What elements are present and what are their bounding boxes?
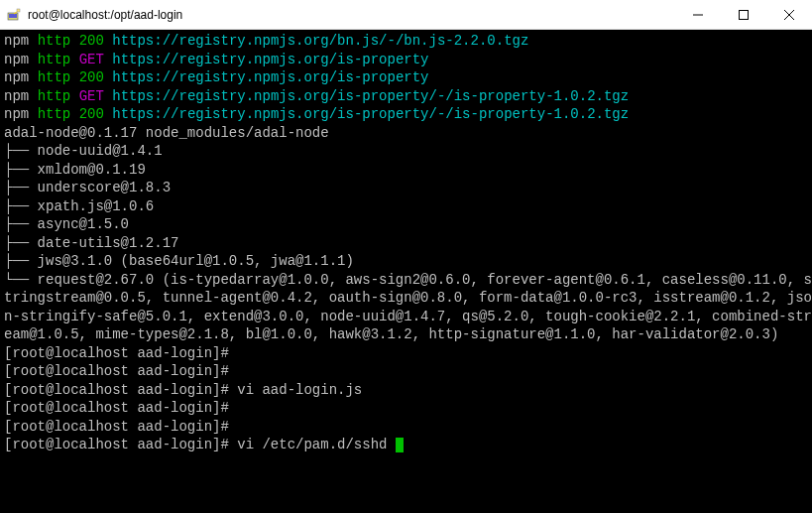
window-controls bbox=[675, 0, 812, 29]
svg-rect-2 bbox=[17, 9, 20, 12]
dependency-line: ├── underscore@1.8.3 bbox=[4, 179, 808, 197]
shell-prompt-line: [root@localhost aad-login]# vi /etc/pam.… bbox=[4, 436, 808, 454]
npm-log-line: npm http 200 https://registry.npmjs.org/… bbox=[4, 68, 808, 87]
terminal-cursor bbox=[396, 438, 404, 452]
svg-rect-5 bbox=[740, 10, 749, 19]
dependency-line: ├── async@1.5.0 bbox=[4, 215, 808, 234]
minimize-button[interactable] bbox=[675, 0, 721, 29]
maximize-button[interactable] bbox=[721, 0, 766, 29]
shell-prompt-line: [root@localhost aad-login]# bbox=[4, 418, 808, 437]
dependency-line: ├── xmldom@0.1.19 bbox=[4, 161, 808, 180]
shell-prompt-line: [root@localhost aad-login]# vi aad-login… bbox=[4, 381, 808, 400]
window-title: root@localhost:/opt/aad-login bbox=[28, 8, 675, 22]
npm-log-line: npm http GET https://registry.npmjs.org/… bbox=[4, 51, 808, 69]
close-button[interactable] bbox=[766, 0, 812, 29]
dependency-line: ├── date-utils@1.2.17 bbox=[4, 234, 808, 253]
npm-log-line: npm http GET https://registry.npmjs.org/… bbox=[4, 87, 808, 106]
dependency-line: └── request@2.67.0 (is-typedarray@1.0.0,… bbox=[4, 271, 808, 290]
package-header: adal-node@0.1.17 node_modules/adal-node bbox=[4, 124, 808, 143]
terminal-output[interactable]: npm http 200 https://registry.npmjs.org/… bbox=[0, 30, 812, 513]
shell-prompt-line: [root@localhost aad-login]# bbox=[4, 399, 808, 418]
window-titlebar: root@localhost:/opt/aad-login bbox=[0, 0, 812, 30]
dependency-line: ├── xpath.js@1.0.6 bbox=[4, 197, 808, 216]
svg-rect-1 bbox=[9, 14, 17, 18]
dependency-line: n-stringify-safe@5.0.1, extend@3.0.0, no… bbox=[4, 308, 808, 326]
shell-prompt-line: [root@localhost aad-login]# bbox=[4, 362, 808, 381]
dependency-line: ├── node-uuid@1.4.1 bbox=[4, 142, 808, 161]
npm-log-line: npm http 200 https://registry.npmjs.org/… bbox=[4, 105, 808, 124]
putty-icon bbox=[6, 7, 22, 23]
dependency-line: eam@1.0.5, mime-types@2.1.8, bl@1.0.0, h… bbox=[4, 325, 808, 344]
shell-prompt-line: [root@localhost aad-login]# bbox=[4, 344, 808, 363]
npm-log-line: npm http 200 https://registry.npmjs.org/… bbox=[4, 32, 808, 51]
dependency-line: tringstream@0.0.5, tunnel-agent@0.4.2, o… bbox=[4, 289, 808, 308]
dependency-line: ├── jws@3.1.0 (base64url@1.0.5, jwa@1.1.… bbox=[4, 252, 808, 271]
